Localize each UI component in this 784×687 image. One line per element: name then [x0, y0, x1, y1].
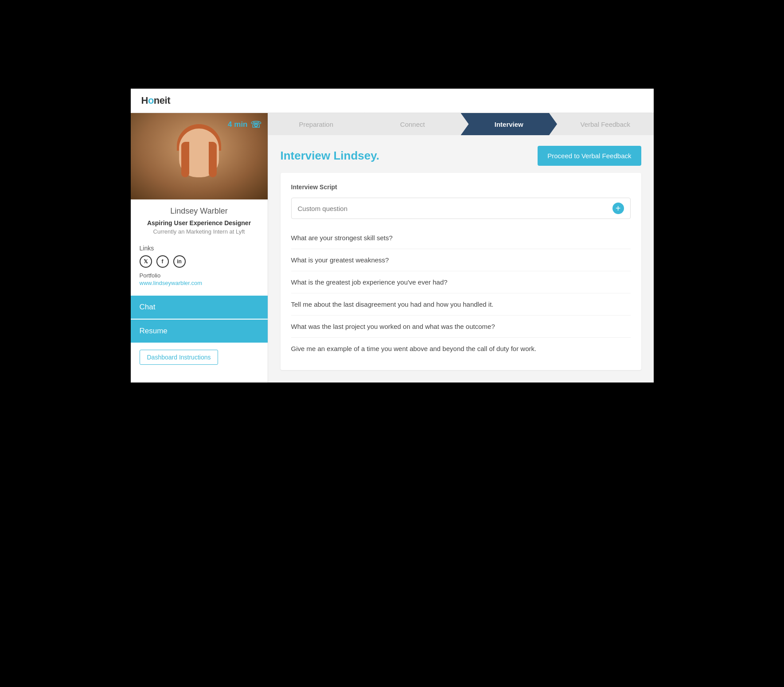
custom-question-row: +: [291, 198, 631, 219]
step-connect[interactable]: Connect: [364, 113, 461, 135]
question-item: Tell me about the last disagreement you …: [291, 293, 631, 316]
candidate-name: Lindsey Warbler: [140, 207, 259, 216]
candidate-subtitle: Currently an Marketing Intern at Lyft: [140, 228, 259, 235]
interview-header: Interview Lindsey. Proceed to Verbal Fee…: [268, 135, 654, 173]
interview-body: Interview Script + What are your stronge…: [281, 173, 641, 370]
timer-value: 4 min: [228, 120, 247, 129]
question-item: What is the greatest job experience you'…: [291, 271, 631, 293]
links-section: Links 𝕏 f in Portfolio www.lindseywarble…: [131, 240, 268, 290]
dashboard-instructions-button[interactable]: Dashboard Instructions: [140, 350, 218, 365]
step-interview[interactable]: Interview: [461, 113, 558, 135]
step-preparation[interactable]: Preparation: [268, 113, 365, 135]
custom-question-input[interactable]: [298, 205, 608, 212]
resume-button[interactable]: Resume: [131, 320, 268, 343]
chat-button[interactable]: Chat: [131, 296, 268, 319]
add-question-button[interactable]: +: [612, 203, 624, 214]
sidebar: 4 min ☏ Lindsey Warbler Aspiring User Ex…: [131, 113, 268, 383]
question-item: What is your greatest weakness?: [291, 249, 631, 271]
script-label: Interview Script: [291, 183, 631, 191]
social-icons: 𝕏 f in: [140, 255, 259, 268]
progress-bar: Preparation Connect Interview Verbal Fee…: [268, 113, 654, 135]
portfolio-label: Portfolio: [140, 272, 259, 279]
portfolio-link[interactable]: www.lindseywarbler.com: [140, 280, 203, 286]
interview-title: Interview Lindsey.: [281, 149, 379, 163]
linkedin-icon[interactable]: in: [173, 255, 186, 268]
question-item: What was the last project you worked on …: [291, 316, 631, 338]
twitter-icon[interactable]: 𝕏: [140, 255, 152, 268]
content-area: Preparation Connect Interview Verbal Fee…: [268, 113, 654, 383]
facebook-icon[interactable]: f: [156, 255, 169, 268]
app-logo: Honeit: [141, 95, 643, 106]
candidate-info: Lindsey Warbler Aspiring User Experience…: [131, 199, 268, 240]
phone-icon: ☏: [250, 119, 261, 130]
question-item: Give me an example of a time you went ab…: [291, 338, 631, 359]
timer-badge: 4 min ☏: [228, 119, 261, 130]
candidate-photo: 4 min ☏: [131, 113, 268, 199]
step-verbal-feedback[interactable]: Verbal Feedback: [557, 113, 654, 135]
question-item: What are your strongest skill sets?: [291, 227, 631, 249]
proceed-button[interactable]: Proceed to Verbal Feedback: [538, 146, 641, 166]
app-header: Honeit: [131, 89, 654, 113]
candidate-title: Aspiring User Experience Designer: [140, 219, 259, 226]
sidebar-buttons: Chat Resume: [131, 296, 268, 344]
links-label: Links: [140, 245, 259, 252]
